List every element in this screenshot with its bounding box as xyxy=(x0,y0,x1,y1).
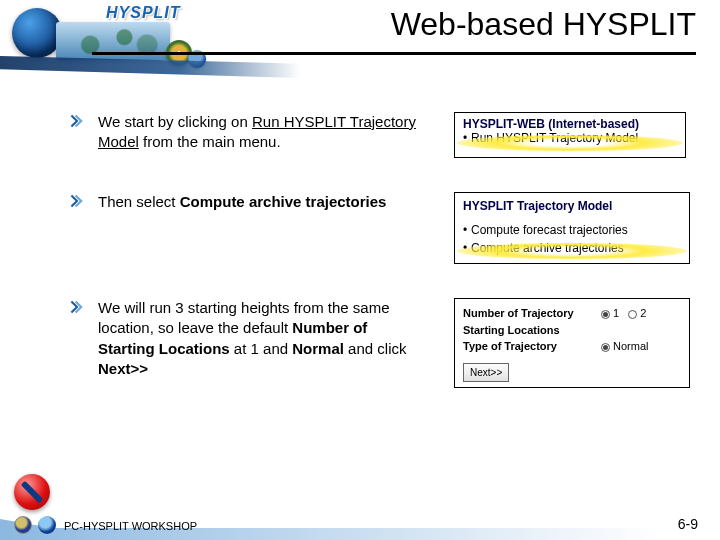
chevrons-icon xyxy=(70,300,84,314)
screenshot-1-col: HYSPLIT-WEB (Internet-based) Run HYSPLIT… xyxy=(418,112,700,158)
bullet-icon xyxy=(70,298,98,314)
table-row: Type of Trajectory Normal xyxy=(463,338,681,355)
shot3-row2-opts: Normal xyxy=(601,338,681,355)
screenshot-2-col: HYSPLIT Trajectory Model Compute forecas… xyxy=(418,192,700,264)
chevrons-icon xyxy=(70,194,84,208)
b3-mid: at 1 and xyxy=(230,340,293,357)
radio-1[interactable] xyxy=(601,310,610,319)
screenshot-1: HYSPLIT-WEB (Internet-based) Run HYSPLIT… xyxy=(454,112,686,158)
shot3-row1-label: Number of Trajectory Starting Locations xyxy=(463,305,601,338)
bullet-text-3: We will run 3 starting heights from the … xyxy=(98,298,418,379)
screenshot-3-col: Number of Trajectory Starting Locations … xyxy=(418,298,700,388)
shot1-item[interactable]: Run HYSPLIT Trajectory Model xyxy=(463,131,677,145)
title-rule xyxy=(92,52,696,55)
next-button[interactable]: Next>> xyxy=(463,363,509,382)
shot3-table: Number of Trajectory Starting Locations … xyxy=(463,305,681,355)
opt-normal: Normal xyxy=(613,340,648,352)
shot3-row2-label: Type of Trajectory xyxy=(463,338,601,355)
dept-seal-icon xyxy=(14,516,32,534)
slide: HYSPLIT Web-based HYSPLIT We start by cl… xyxy=(0,0,720,540)
b3-bold3: Next>> xyxy=(98,360,148,377)
hysplit-logo-label: HYSPLIT xyxy=(106,4,181,22)
opt-2: 2 xyxy=(640,307,646,319)
content: We start by clicking on Run HYSPLIT Traj… xyxy=(70,112,700,388)
shot1-caption: HYSPLIT-WEB (Internet-based) xyxy=(463,117,677,131)
screenshot-2: HYSPLIT Trajectory Model Compute forecas… xyxy=(454,192,690,264)
bullet-icon xyxy=(70,192,98,208)
shot2-caption: HYSPLIT Trajectory Model xyxy=(463,197,681,215)
shot2-archive-link[interactable]: Compute archive trajectories xyxy=(463,239,681,257)
page-title: Web-based HYSPLIT xyxy=(391,6,696,43)
bullet-row-2: Then select Compute archive trajectories… xyxy=(70,192,700,264)
footer: PC-HYSPLIT WORKSHOP 6-9 xyxy=(0,476,720,540)
bullet-icon xyxy=(70,112,98,128)
header: HYSPLIT Web-based HYSPLIT xyxy=(0,0,720,88)
stop-sign-icon xyxy=(14,474,50,510)
b2-pre: Then select xyxy=(98,193,180,210)
bullet-row-1: We start by clicking on Run HYSPLIT Traj… xyxy=(70,112,700,158)
b3-mid2: and click xyxy=(344,340,407,357)
bullet-text-2: Then select Compute archive trajectories xyxy=(98,192,418,212)
radio-2[interactable] xyxy=(628,310,637,319)
noaa-seal-icon xyxy=(38,516,56,534)
b2-bold: Compute archive trajectories xyxy=(180,193,387,210)
chevrons-icon xyxy=(70,114,84,128)
page-number: 6-9 xyxy=(678,516,698,532)
b3-bold2: Normal xyxy=(292,340,344,357)
bullet-text-1: We start by clicking on Run HYSPLIT Traj… xyxy=(98,112,418,153)
noaa-globe-icon xyxy=(12,8,62,58)
opt-1: 1 xyxy=(613,307,619,319)
radio-normal[interactable] xyxy=(601,343,610,352)
screenshot-3: Number of Trajectory Starting Locations … xyxy=(454,298,690,388)
shot3-row1-opts: 1 2 xyxy=(601,305,681,338)
shot2-forecast-link[interactable]: Compute forecast trajectories xyxy=(463,221,681,239)
b1-post: from the main menu. xyxy=(139,133,281,150)
b1-pre: We start by clicking on xyxy=(98,113,252,130)
bullet-row-3: We will run 3 starting heights from the … xyxy=(70,298,700,388)
footer-label: PC-HYSPLIT WORKSHOP xyxy=(64,520,197,532)
table-row: Number of Trajectory Starting Locations … xyxy=(463,305,681,338)
